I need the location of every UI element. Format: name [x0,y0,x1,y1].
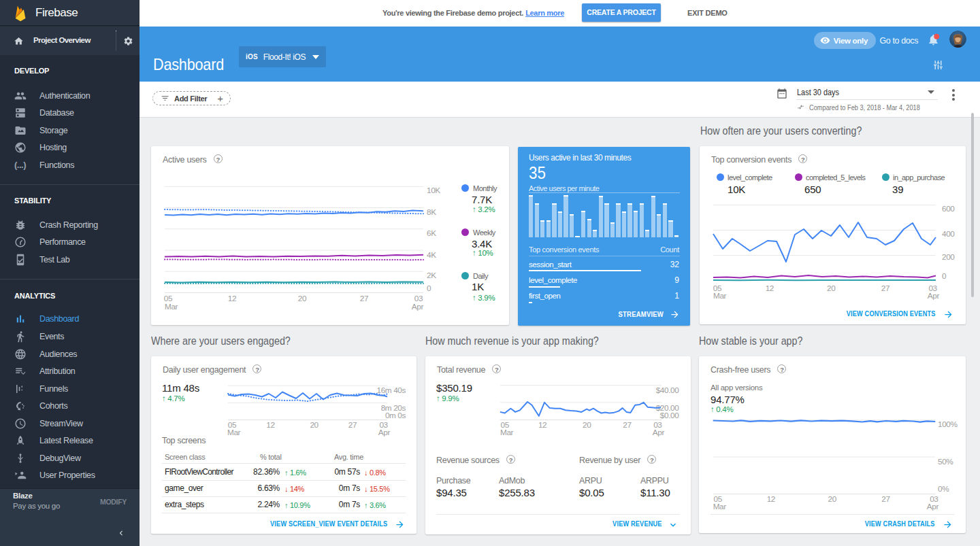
svg-text:12: 12 [266,420,274,430]
svg-text:20: 20 [827,284,836,293]
svg-text:2K: 2K [427,271,436,280]
svg-text:12: 12 [766,284,774,293]
svg-text:12: 12 [228,294,236,303]
svg-text:27: 27 [348,420,357,430]
svg-text:4K: 4K [427,250,436,260]
svg-text:20: 20 [828,494,837,504]
svg-text:12: 12 [767,494,775,504]
svg-text:12: 12 [538,420,546,430]
svg-text:Mar: Mar [165,302,178,311]
svg-text:27: 27 [881,284,889,293]
svg-text:27: 27 [623,420,631,430]
svg-text:Mar: Mar [713,502,727,511]
svg-text:20: 20 [298,294,307,303]
svg-text:Apr: Apr [412,302,424,311]
svg-text:0: 0 [942,271,947,281]
svg-text:0m 0s: 0m 0s [385,411,406,420]
svg-text:0%: 0% [938,484,949,494]
svg-text:Apr: Apr [653,428,665,437]
svg-text:600: 600 [942,204,955,214]
svg-text:20: 20 [310,420,318,430]
svg-text:Apr: Apr [378,428,391,437]
svg-text:27: 27 [360,294,368,303]
svg-text:16m 40s: 16m 40s [377,386,406,395]
svg-text:Mar: Mar [500,428,514,437]
svg-text:200: 200 [942,252,955,262]
svg-text:Mar: Mar [227,428,241,437]
svg-text:$40.00: $40.00 [656,386,680,395]
svg-text:Apr: Apr [927,502,939,511]
svg-text:Apr: Apr [928,291,940,301]
svg-text:400: 400 [942,229,955,239]
svg-text:6K: 6K [427,228,436,238]
svg-text:100%: 100% [938,420,958,429]
svg-text:50%: 50% [938,457,953,466]
svg-text:8K: 8K [427,207,436,217]
svg-text:27: 27 [881,494,889,504]
svg-text:$0.00: $0.00 [660,411,679,420]
svg-text:0: 0 [427,284,431,293]
svg-text:20: 20 [583,420,591,430]
svg-text:Mar: Mar [713,291,727,301]
svg-text:10K: 10K [427,186,440,195]
